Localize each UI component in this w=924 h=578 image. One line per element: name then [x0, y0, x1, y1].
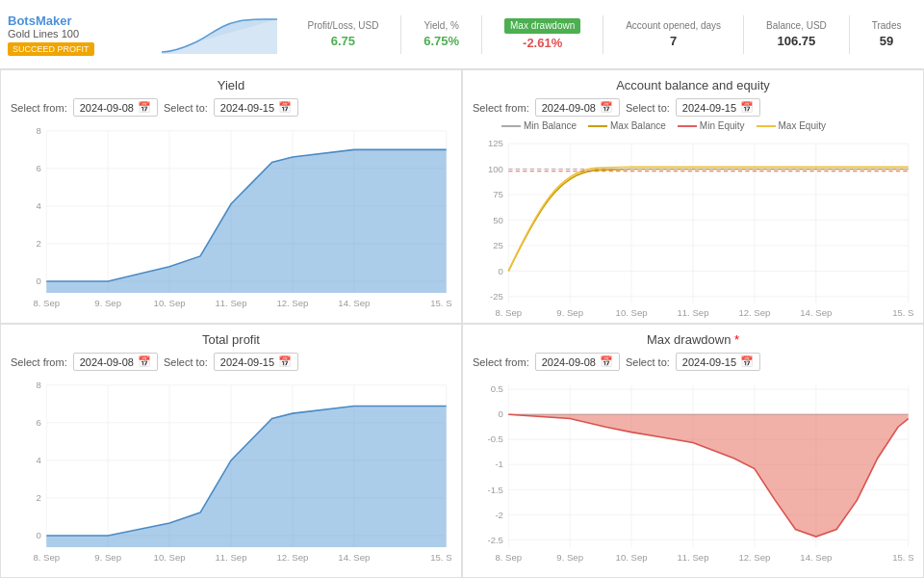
- max-drawdown-svg: 0.5 0 -0.5 -1 -1.5 -2 -2.5 8. Sep 9. Sep…: [473, 375, 913, 573]
- stat-balance-label: Balance, USD: [766, 20, 827, 32]
- header-sparkline: [162, 15, 277, 54]
- svg-text:75: 75: [493, 189, 503, 199]
- total-profit-chart-area: 8 6 4 2 0 8. Sep 9. Sep 10. Sep 11. Sep …: [11, 375, 451, 573]
- legend-min-balance-dot: [501, 125, 521, 127]
- stat-drawdown-value: -2.61%: [504, 36, 580, 50]
- stat-profit-loss: Profit/Loss, USD 6.75: [299, 20, 386, 48]
- ab-date-to[interactable]: 2024-09-15 📅: [676, 98, 760, 117]
- svg-text:-2: -2: [495, 509, 503, 519]
- header-row: BotsMaker Gold Lines 100 SUCCEED PROFIT …: [0, 0, 924, 69]
- svg-text:15. Sep: 15. Sep: [430, 552, 451, 563]
- svg-text:2: 2: [37, 238, 41, 249]
- svg-text:12. Sep: 12. Sep: [738, 307, 771, 318]
- yield-calendar-from-icon: 📅: [138, 101, 151, 114]
- svg-text:8. Sep: 8. Sep: [495, 552, 522, 563]
- svg-text:0: 0: [499, 266, 504, 276]
- tp-date-from[interactable]: 2024-09-08 📅: [73, 353, 158, 371]
- svg-text:0: 0: [37, 276, 41, 286]
- tp-date-to[interactable]: 2024-09-15 📅: [214, 353, 298, 371]
- header-stats: Profit/Loss, USD 6.75 Yield, % 6.75% Max…: [293, 15, 916, 54]
- total-profit-title: Total profit: [11, 332, 451, 347]
- svg-text:25: 25: [493, 240, 503, 250]
- max-drawdown-chart-area: 0.5 0 -0.5 -1 -1.5 -2 -2.5 8. Sep 9. Sep…: [473, 375, 913, 573]
- svg-text:6: 6: [37, 163, 41, 173]
- svg-text:-0.5: -0.5: [487, 434, 502, 444]
- svg-text:14. Sep: 14. Sep: [800, 307, 833, 318]
- svg-text:6: 6: [37, 417, 41, 428]
- svg-text:15. Sep: 15. Sep: [892, 552, 913, 563]
- svg-text:100: 100: [488, 164, 504, 174]
- trader-badge: SUCCEED PROFIT: [8, 42, 94, 56]
- svg-text:11. Sep: 11. Sep: [216, 552, 247, 563]
- stat-drawdown: Max drawdown -2.61%: [497, 18, 588, 50]
- tp-select-from-label: Select from:: [11, 356, 67, 368]
- max-drawdown-title: Max drawdown *: [473, 332, 913, 347]
- account-balance-panel: Account balance and equity Select from: …: [462, 69, 924, 324]
- legend-min-equity: Min Equity: [678, 120, 745, 131]
- yield-chart-area: 8 6 4 2 0 8. Sep 9. Sep 10. Sep 11. Sep …: [11, 120, 451, 319]
- legend-min-balance: Min Balance: [501, 120, 577, 131]
- svg-text:0: 0: [499, 408, 503, 419]
- svg-text:2: 2: [37, 492, 41, 503]
- account-balance-svg: 125 100 75 50 25 0 -25 8. Sep 9. Sep 10.…: [473, 133, 913, 319]
- md-select-to-label: Select to:: [626, 356, 670, 368]
- svg-text:-1: -1: [495, 459, 503, 469]
- svg-text:11. Sep: 11. Sep: [678, 552, 709, 563]
- svg-text:9. Sep: 9. Sep: [556, 552, 583, 563]
- stat-balance: Balance, USD 106.75: [758, 20, 834, 48]
- svg-text:11. Sep: 11. Sep: [216, 298, 247, 308]
- stat-profit-loss-label: Profit/Loss, USD: [307, 20, 378, 32]
- yield-calendar-to-icon: 📅: [278, 101, 292, 114]
- stat-drawdown-label: Max drawdown: [504, 18, 580, 34]
- yield-select-from-label: Select from:: [11, 102, 67, 114]
- stat-account-opened-value: 7: [626, 34, 721, 48]
- legend-max-balance: Max Balance: [588, 120, 666, 131]
- svg-text:14. Sep: 14. Sep: [338, 552, 370, 563]
- account-balance-legend: Min Balance Max Balance Min Equity Max E…: [473, 120, 913, 131]
- tp-calendar-from-icon: 📅: [138, 355, 151, 368]
- ab-date-from[interactable]: 2024-09-08 📅: [535, 98, 620, 117]
- yield-select-to-label: Select to:: [164, 102, 208, 114]
- svg-text:10. Sep: 10. Sep: [154, 552, 186, 563]
- trader-name: BotsMaker: [8, 13, 162, 28]
- max-drawdown-date-row: Select from: 2024-09-08 📅 Select to: 202…: [473, 353, 913, 371]
- svg-text:8: 8: [37, 125, 41, 136]
- svg-text:10. Sep: 10. Sep: [616, 307, 649, 318]
- yield-title: Yield: [11, 78, 451, 92]
- svg-text:8: 8: [37, 380, 41, 390]
- yield-date-from[interactable]: 2024-09-08 📅: [73, 98, 158, 117]
- stat-profit-loss-value: 6.75: [307, 34, 378, 48]
- svg-text:8. Sep: 8. Sep: [33, 552, 60, 563]
- svg-text:8. Sep: 8. Sep: [495, 307, 522, 318]
- stat-balance-value: 106.75: [766, 34, 827, 48]
- account-balance-title: Account balance and equity: [473, 78, 913, 92]
- stat-yield: Yield, % 6.75%: [416, 20, 467, 48]
- max-drawdown-panel: Max drawdown * Select from: 2024-09-08 📅…: [462, 324, 924, 578]
- ab-select-from-label: Select from:: [473, 102, 529, 114]
- svg-text:11. Sep: 11. Sep: [677, 307, 709, 318]
- svg-text:12. Sep: 12. Sep: [276, 298, 308, 308]
- total-profit-date-row: Select from: 2024-09-08 📅 Select to: 202…: [11, 353, 451, 371]
- total-profit-panel: Total profit Select from: 2024-09-08 📅 S…: [0, 324, 462, 578]
- trader-sub: Gold Lines 100: [8, 28, 162, 39]
- legend-max-balance-dot: [588, 125, 607, 127]
- yield-svg: 8 6 4 2 0 8. Sep 9. Sep 10. Sep 11. Sep …: [11, 120, 451, 319]
- svg-text:4: 4: [37, 200, 42, 211]
- md-select-from-label: Select from:: [473, 356, 529, 368]
- svg-text:15. Sep: 15. Sep: [892, 307, 913, 318]
- md-date-from[interactable]: 2024-09-08 📅: [535, 353, 620, 371]
- svg-text:0: 0: [37, 530, 41, 540]
- svg-text:-25: -25: [490, 291, 503, 302]
- svg-text:14. Sep: 14. Sep: [800, 552, 832, 563]
- svg-text:12. Sep: 12. Sep: [738, 552, 770, 563]
- legend-max-equity-dot: [757, 125, 776, 127]
- trader-info: BotsMaker Gold Lines 100 SUCCEED PROFIT: [8, 13, 162, 56]
- md-calendar-from-icon: 📅: [600, 355, 613, 368]
- stat-account-opened: Account opened, days 7: [618, 20, 729, 48]
- svg-text:0.5: 0.5: [491, 383, 503, 394]
- stat-yield-label: Yield, %: [424, 20, 459, 32]
- ab-calendar-to-icon: 📅: [740, 101, 754, 114]
- yield-date-to[interactable]: 2024-09-15 📅: [214, 98, 298, 117]
- stat-trades-value: 59: [872, 34, 902, 48]
- md-date-to[interactable]: 2024-09-15 📅: [676, 353, 760, 371]
